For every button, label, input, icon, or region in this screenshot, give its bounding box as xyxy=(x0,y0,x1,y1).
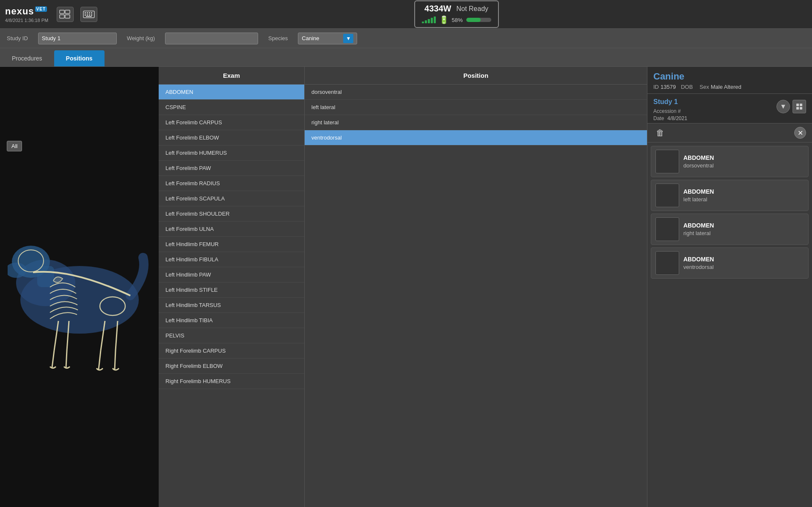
study-section: Study 1 Accession # Date 4/8/2021 ▼ xyxy=(647,94,812,123)
delete-btn[interactable]: 🗑 xyxy=(653,127,667,139)
signal-bars xyxy=(422,16,436,23)
exam-item[interactable]: Left Forelimb SHOULDER xyxy=(159,206,304,222)
main-content: All xyxy=(0,67,812,507)
exam-card-info: ABDOMEN left lateral xyxy=(683,188,714,203)
exam-item[interactable]: Left Forelimb CARPUS xyxy=(159,115,304,130)
exam-item[interactable]: Left Hindlimb FEMUR xyxy=(159,237,304,252)
exam-card[interactable]: ABDOMEN left lateral xyxy=(651,180,809,211)
exam-card-info: ABDOMEN ventrodorsal xyxy=(683,256,714,270)
exam-item[interactable]: Left Hindlimb FIBULA xyxy=(159,252,304,267)
id-label: ID xyxy=(653,84,659,90)
top-bar: nexusVET 4/8/2021 1:36:18 PM xyxy=(0,0,812,29)
exam-column-header: Exam xyxy=(159,67,305,84)
svg-rect-6 xyxy=(87,12,88,14)
accession-row: Accession # xyxy=(653,108,687,114)
exam-item[interactable]: Left Hindlimb STIFLE xyxy=(159,282,304,298)
top-icons xyxy=(57,7,97,22)
tab-procedures[interactable]: Procedures xyxy=(0,50,54,66)
position-item[interactable]: ventrodorsal xyxy=(305,130,647,145)
exam-card-info: ABDOMEN dorsoventral xyxy=(683,154,714,169)
status-box: 4334W Not Ready 🔋 58% xyxy=(414,0,499,28)
exam-item[interactable]: Left Forelimb SCAPULA xyxy=(159,191,304,206)
right-sidebar: Canine ID 13579 DOB Sex Male Altered Stu xyxy=(647,67,812,507)
status-label: Not Ready xyxy=(456,5,488,13)
exam-card-name: ABDOMEN xyxy=(683,188,714,195)
signal-bar-1 xyxy=(422,22,424,23)
species-dropdown[interactable]: Canine ▼ xyxy=(298,33,357,44)
weight-label: Weight (kg) xyxy=(127,35,155,41)
tabs-row: Procedures Positions xyxy=(0,48,812,67)
layout-btn[interactable] xyxy=(793,100,806,113)
svg-rect-3 xyxy=(65,15,70,18)
dropdown-btn[interactable]: ▼ xyxy=(776,100,790,113)
svg-rect-7 xyxy=(89,12,90,14)
study-title: Study 1 xyxy=(653,98,687,106)
exam-card-thumbnail xyxy=(655,150,679,173)
svg-rect-32 xyxy=(800,107,802,110)
study-info: Study 1 Accession # Date 4/8/2021 xyxy=(653,98,687,121)
signal-bar-5 xyxy=(434,16,436,23)
exam-list: ABDOMENCSPINELeft Forelimb CARPUSLeft Fo… xyxy=(159,85,305,507)
exam-card[interactable]: ABDOMEN right lateral xyxy=(651,214,809,245)
all-button[interactable]: All xyxy=(7,141,22,151)
study-id-label: Study ID xyxy=(7,35,28,41)
exam-item[interactable]: Left Hindlimb PAW xyxy=(159,267,304,282)
dob-label: DOB xyxy=(681,84,693,90)
patient-header: Canine ID 13579 DOB Sex Male Altered xyxy=(647,67,812,94)
patient-details: ID 13579 DOB Sex Male Altered xyxy=(653,84,806,90)
status-bottom: 🔋 58% xyxy=(422,15,491,25)
close-btn[interactable]: ✕ xyxy=(794,127,806,139)
exam-item[interactable]: Left Forelimb RADIUS xyxy=(159,176,304,191)
position-item[interactable]: right lateral xyxy=(305,115,647,130)
status-top: 4334W Not Ready xyxy=(424,4,488,14)
exam-card-name: ABDOMEN xyxy=(683,222,714,229)
svg-line-28 xyxy=(115,351,116,370)
exam-item[interactable]: Right Forelimb ELBOW xyxy=(159,359,304,374)
svg-rect-12 xyxy=(91,14,92,16)
exam-card[interactable]: ABDOMEN dorsoventral xyxy=(651,146,809,177)
exam-item[interactable]: Left Forelimb ULNA xyxy=(159,222,304,237)
svg-rect-31 xyxy=(796,107,799,110)
study-meta: Accession # Date 4/8/2021 xyxy=(653,108,687,121)
position-item[interactable]: dorsoventral xyxy=(305,85,647,100)
exam-card-position: left lateral xyxy=(683,196,714,203)
svg-rect-30 xyxy=(800,104,802,106)
ep-body: ABDOMENCSPINELeft Forelimb CARPUSLeft Fo… xyxy=(159,85,647,507)
patient-name: Canine xyxy=(653,71,806,82)
exam-item[interactable]: PELVIS xyxy=(159,328,304,343)
species-label: Species xyxy=(268,35,288,41)
exam-item[interactable]: Left Hindlimb TIBIA xyxy=(159,313,304,328)
weight-input[interactable] xyxy=(165,33,258,44)
svg-line-26 xyxy=(99,351,101,370)
exam-item[interactable]: Left Hindlimb TARSUS xyxy=(159,298,304,313)
status-center: 4334W Not Ready 🔋 58% xyxy=(106,0,807,28)
exam-item[interactable]: CSPINE xyxy=(159,100,304,115)
exam-item[interactable]: Left Forelimb PAW xyxy=(159,161,304,176)
progress-bar xyxy=(466,18,491,22)
exam-item[interactable]: Right Forelimb CARPUS xyxy=(159,343,304,359)
study-id-input[interactable] xyxy=(38,33,117,44)
svg-rect-5 xyxy=(85,12,86,14)
keyboard-icon-btn[interactable] xyxy=(80,7,97,22)
exam-item[interactable]: Left Forelimb ELBOW xyxy=(159,130,304,145)
svg-rect-1 xyxy=(65,10,70,14)
exam-card[interactable]: ABDOMEN ventrodorsal xyxy=(651,247,809,279)
svg-rect-8 xyxy=(91,12,92,14)
logo-area: nexusVET 4/8/2021 1:36:18 PM xyxy=(5,6,48,23)
accession-label: Accession # xyxy=(653,108,681,114)
svg-rect-13 xyxy=(86,16,92,17)
exam-item[interactable]: ABDOMEN xyxy=(159,85,304,100)
monitor-icon-btn[interactable] xyxy=(57,7,74,22)
exam-card-name: ABDOMEN xyxy=(683,154,714,161)
date-value: 4/8/2021 xyxy=(667,115,687,121)
dog-panel: All xyxy=(0,67,159,507)
exam-card-position: dorsoventral xyxy=(683,162,714,169)
tab-positions[interactable]: Positions xyxy=(54,50,105,66)
svg-line-24 xyxy=(66,351,67,367)
exam-item[interactable]: Left Forelimb HUMERUS xyxy=(159,145,304,161)
exam-card-thumbnail xyxy=(655,217,679,241)
position-item[interactable]: left lateral xyxy=(305,100,647,115)
exam-position-panel: Exam Position ABDOMENCSPINELeft Forelimb… xyxy=(159,67,647,507)
exam-item[interactable]: Right Forelimb HUMERUS xyxy=(159,374,304,389)
svg-rect-9 xyxy=(85,14,86,16)
